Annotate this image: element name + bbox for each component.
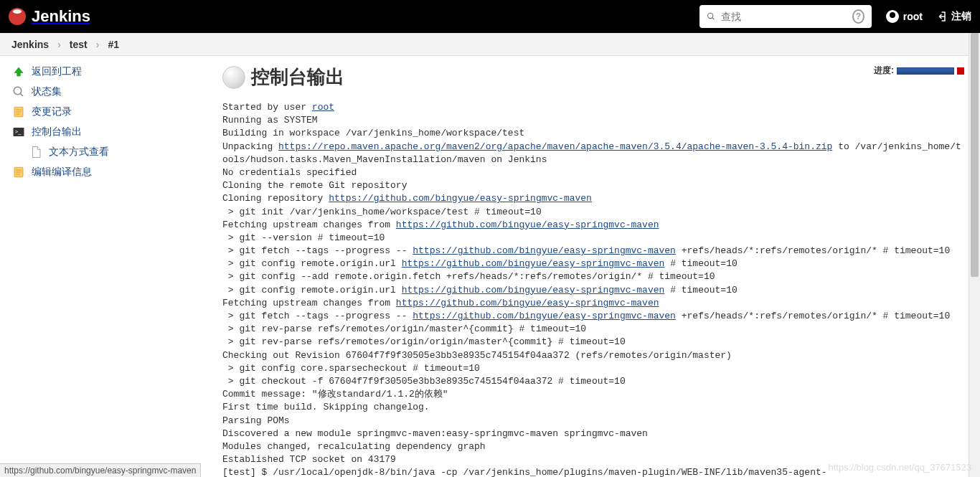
notepad-icon [11, 105, 26, 119]
sidebar-item-4[interactable]: 文本方式查看 [0, 142, 208, 162]
search-icon [11, 85, 26, 99]
help-icon[interactable]: ? [852, 9, 864, 24]
user-avatar-icon [886, 10, 899, 23]
header: Jenkins ? root 注销 [0, 0, 980, 33]
console-link[interactable]: https://github.com/bingyue/easy-springmv… [396, 298, 659, 308]
user-section: root 注销 [886, 10, 971, 23]
arrow-up-icon [11, 65, 26, 79]
console-link[interactable]: https://github.com/bingyue/easy-springmv… [413, 311, 676, 321]
console-link[interactable]: root [312, 102, 334, 113]
console-link[interactable]: https://github.com/bingyue/easy-springmv… [413, 245, 676, 256]
sidebar-item-2[interactable]: 变更记录 [0, 102, 208, 122]
sidebar-item-label: 编辑编译信息 [32, 166, 92, 179]
build-status-ball-icon [222, 66, 245, 89]
search-input[interactable] [721, 11, 847, 22]
progress-bar [897, 67, 954, 75]
sidebar-item-5[interactable]: 编辑编译信息 [0, 162, 208, 182]
status-bar-url: https://github.com/bingyue/easy-springmv… [0, 463, 201, 477]
console-link[interactable]: https://github.com/bingyue/easy-springmv… [329, 193, 592, 204]
svg-point-2 [14, 87, 22, 95]
breadcrumb: Jenkins › test › #1 [0, 33, 980, 56]
sidebar-item-label: 变更记录 [32, 105, 72, 118]
logout-link[interactable]: 注销 [934, 10, 971, 23]
content: 进度: 控制台输出 Started by user root Running a… [208, 56, 980, 477]
sidebar-item-1[interactable]: 状态集 [0, 82, 208, 102]
console-link[interactable]: https://github.com/bingyue/easy-springmv… [402, 258, 665, 269]
sidebar-item-label: 文本方式查看 [49, 146, 109, 159]
sidebar-item-label: 状态集 [32, 85, 62, 98]
page-title-row: 控制台输出 [222, 65, 966, 90]
breadcrumb-item[interactable]: Jenkins [11, 39, 49, 50]
scrollbar-thumb[interactable] [971, 33, 979, 277]
username: root [903, 11, 923, 22]
terminal-icon: >_ [11, 125, 26, 139]
progress-label: 进度: [874, 65, 894, 77]
jenkins-logo-icon [9, 8, 26, 25]
page-title: 控制台输出 [251, 65, 344, 90]
sidebar-item-label: 返回到工程 [32, 65, 82, 78]
search-icon [707, 11, 716, 22]
progress-section: 进度: [874, 65, 964, 77]
console-link[interactable]: https://github.com/bingyue/easy-springmv… [402, 285, 665, 296]
notepad-icon [11, 165, 26, 179]
svg-point-0 [707, 13, 712, 18]
logo-text: Jenkins [32, 7, 90, 26]
svg-line-1 [712, 18, 715, 20]
stop-icon[interactable] [957, 67, 964, 75]
console-output: Started by user root Running as SYSTEM B… [222, 101, 966, 477]
logo-link[interactable]: Jenkins [9, 7, 90, 26]
user-link[interactable]: root [886, 10, 923, 23]
chevron-right-icon: › [96, 39, 100, 50]
document-icon [29, 145, 43, 159]
sidebar-item-0[interactable]: 返回到工程 [0, 62, 208, 82]
search-box[interactable]: ? [699, 5, 872, 28]
sidebar-item-label: 控制台输出 [32, 126, 82, 138]
svg-line-3 [20, 93, 23, 96]
logout-icon [934, 10, 947, 23]
chevron-right-icon: › [57, 39, 61, 50]
sidebar-item-3[interactable]: >_控制台输出 [0, 122, 208, 142]
watermark: https://blog.csdn.net/qq_37671523 [829, 462, 972, 473]
breadcrumb-item[interactable]: test [70, 39, 88, 50]
console-link[interactable]: https://github.com/bingyue/easy-springmv… [396, 219, 659, 230]
console-link[interactable]: https://repo.maven.apache.org/maven2/org… [278, 141, 832, 152]
svg-text:>_: >_ [15, 128, 22, 135]
breadcrumb-item[interactable]: #1 [108, 39, 119, 50]
logout-label: 注销 [951, 10, 971, 23]
sidebar: 返回到工程状态集变更记录>_控制台输出文本方式查看编辑编译信息 [0, 56, 208, 477]
scrollbar[interactable] [969, 33, 980, 477]
